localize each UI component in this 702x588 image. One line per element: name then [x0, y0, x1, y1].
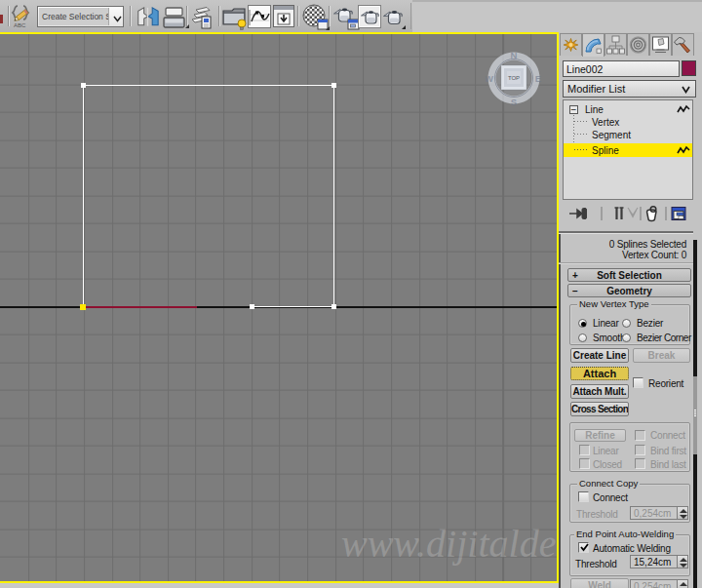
svg-text:TOP: TOP [508, 75, 520, 81]
svg-text:N: N [511, 50, 518, 60]
svg-text:W: W [486, 73, 493, 84]
svg-text:S: S [511, 97, 517, 106]
svg-text:E: E [535, 73, 541, 84]
svg-text:ABC: ABC [14, 22, 26, 28]
